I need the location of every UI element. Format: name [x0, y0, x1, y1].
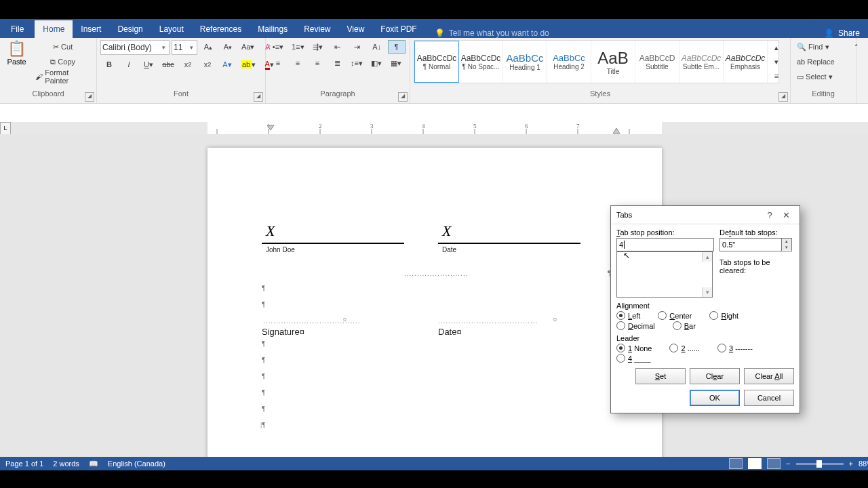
paragraph-launcher[interactable]: ◢	[398, 92, 408, 102]
subscript-button[interactable]: x2	[179, 58, 197, 71]
tab-stop-list[interactable]: ▴ ▾	[616, 251, 713, 298]
borders-button[interactable]: ▦▾	[387, 56, 405, 70]
bold-button[interactable]: B	[100, 58, 118, 71]
style-heading2[interactable]: AaBbCcHeading 2	[547, 41, 591, 83]
leader-dots-radio[interactable]: 2 ......	[669, 344, 700, 352]
dialog-help-button[interactable]: ?	[762, 210, 778, 220]
style-emphasis[interactable]: AaBbCcDcEmphasis	[724, 41, 768, 83]
zoom-level[interactable]: 88%	[859, 460, 868, 468]
share-button[interactable]: 👤 Share	[824, 28, 868, 38]
tab-references[interactable]: References	[192, 20, 250, 38]
default-tab-stops-spinner[interactable]: 0.5" ▴▾	[719, 238, 794, 251]
tab-mailings[interactable]: Mailings	[250, 20, 296, 38]
alignment-bar-radio[interactable]: Bar	[673, 321, 696, 330]
list-scroll-down[interactable]: ▾	[702, 287, 712, 297]
italic-button[interactable]: I	[120, 58, 138, 71]
show-hide-paragraph-button[interactable]: ¶	[388, 40, 406, 54]
tell-me-search[interactable]: 💡 Tell me what you want to do	[435, 28, 549, 38]
word-count[interactable]: 2 words	[53, 460, 79, 468]
format-painter-button[interactable]: 🖌 Format Painter	[33, 70, 93, 83]
alignment-left-radio[interactable]: Left	[616, 311, 640, 320]
signature-line-1[interactable]: X	[262, 222, 404, 244]
read-mode-button[interactable]	[729, 458, 743, 469]
leader-dashes-radio[interactable]: 3 -------	[717, 344, 753, 352]
horizontal-ruler[interactable]: 123 4567	[9, 122, 868, 135]
paste-button[interactable]: 📋 Paste	[3, 40, 30, 66]
style-no-spacing[interactable]: AaBbCcDc¶ No Spac...	[459, 41, 503, 83]
cancel-button[interactable]: Cancel	[744, 390, 794, 406]
ok-button[interactable]: OK	[690, 390, 740, 406]
select-button[interactable]: ▭ Select ▾	[794, 70, 835, 83]
tab-selector[interactable]: L	[0, 122, 11, 136]
style-subtle-emphasis[interactable]: AaBbCcDcSubtle Em...	[679, 41, 724, 83]
tab-stop-position-input[interactable]: 4	[616, 238, 714, 251]
change-case-button[interactable]: Aa▾	[239, 40, 257, 54]
zoom-in-button[interactable]: +	[849, 460, 853, 468]
highlight-button[interactable]: ab▾	[238, 58, 258, 71]
tab-insert[interactable]: Insert	[73, 20, 109, 38]
set-button[interactable]: Set	[635, 368, 686, 384]
multilevel-list-button[interactable]: ⇶▾	[309, 40, 327, 54]
clear-button[interactable]: Clear	[690, 368, 740, 384]
alignment-center-radio[interactable]: Center	[658, 311, 692, 320]
justify-button[interactable]: ≣	[328, 56, 346, 70]
line-spacing-button[interactable]: ↕≡▾	[348, 56, 366, 70]
dialog-titlebar[interactable]: Tabs ? ✕	[611, 206, 800, 224]
proofing-icon[interactable]: 📖	[89, 460, 98, 468]
align-center-button[interactable]: ≡	[289, 56, 307, 70]
tab-review[interactable]: Review	[296, 20, 338, 38]
styles-launcher[interactable]: ◢	[778, 92, 788, 102]
zoom-out-button[interactable]: −	[786, 460, 790, 468]
styles-scroll-down[interactable]: ▾	[768, 55, 785, 69]
superscript-button[interactable]: x2	[199, 58, 216, 71]
language-status[interactable]: English (Canada)	[108, 460, 165, 468]
alignment-right-radio[interactable]: Right	[709, 311, 738, 320]
list-scroll-up[interactable]: ▴	[702, 252, 712, 262]
styles-scroll-up[interactable]: ▴	[768, 41, 785, 55]
clipboard-launcher[interactable]: ◢	[85, 92, 94, 102]
text-effects-button[interactable]: A▾	[218, 58, 236, 71]
replace-button[interactable]: ab Replace	[794, 55, 837, 68]
leader-underline-radio[interactable]: 4 ____	[616, 354, 651, 363]
tab-file[interactable]: File	[0, 20, 35, 38]
find-button[interactable]: 🔍 Find ▾	[794, 40, 832, 54]
styles-more[interactable]: ≡	[768, 68, 785, 83]
spinner-down[interactable]: ▾	[782, 245, 791, 251]
grow-font-button[interactable]: A▴	[199, 40, 217, 54]
spinner-up[interactable]: ▴	[782, 239, 791, 245]
tab-layout[interactable]: Layout	[151, 20, 192, 38]
style-title[interactable]: AaBTitle	[591, 41, 635, 83]
print-layout-button[interactable]	[748, 458, 762, 469]
align-right-button[interactable]: ≡	[309, 56, 326, 70]
web-layout-button[interactable]	[767, 458, 781, 469]
font-launcher[interactable]: ◢	[254, 92, 263, 102]
page-count[interactable]: Page 1 of 1	[5, 460, 43, 468]
bullets-button[interactable]: •≡▾	[269, 40, 287, 54]
tab-view[interactable]: View	[339, 20, 373, 38]
sort-button[interactable]: A↓	[368, 40, 386, 54]
style-gallery[interactable]: AaBbCcDc¶ Normal AaBbCcDc¶ No Spac... Aa…	[414, 40, 779, 83]
increase-indent-button[interactable]: ⇥	[349, 40, 366, 54]
signature-line-2[interactable]: X	[438, 222, 580, 244]
font-size-combo[interactable]: 11▾	[172, 40, 197, 55]
align-left-button[interactable]: ≡	[269, 56, 287, 70]
cut-button[interactable]: ✂ Cut	[33, 40, 93, 54]
shading-button[interactable]: ◧▾	[368, 56, 385, 70]
strikethrough-button[interactable]: abc	[159, 58, 177, 71]
tab-home[interactable]: Home	[35, 20, 73, 38]
decrease-indent-button[interactable]: ⇤	[329, 40, 347, 54]
leader-none-radio[interactable]: 1 None	[616, 344, 652, 352]
clear-all-button[interactable]: Clear All	[744, 368, 794, 384]
style-normal[interactable]: AaBbCcDc¶ Normal	[414, 41, 459, 83]
dialog-close-button[interactable]: ✕	[778, 210, 794, 220]
zoom-slider[interactable]	[796, 463, 844, 465]
collapse-ribbon-button[interactable]: ˄	[848, 41, 865, 54]
copy-button[interactable]: ⧉ Copy	[33, 55, 93, 68]
tab-foxit[interactable]: Foxit PDF	[372, 20, 425, 38]
style-subtitle[interactable]: AaBbCcDSubtitle	[635, 41, 679, 83]
numbering-button[interactable]: 1≡▾	[289, 40, 307, 54]
underline-button[interactable]: U▾	[140, 58, 157, 71]
tab-design[interactable]: Design	[109, 20, 151, 38]
page[interactable]: X John Doe X Date ......................…	[208, 148, 662, 457]
font-family-combo[interactable]: Calibri (Body)▾	[100, 40, 170, 55]
